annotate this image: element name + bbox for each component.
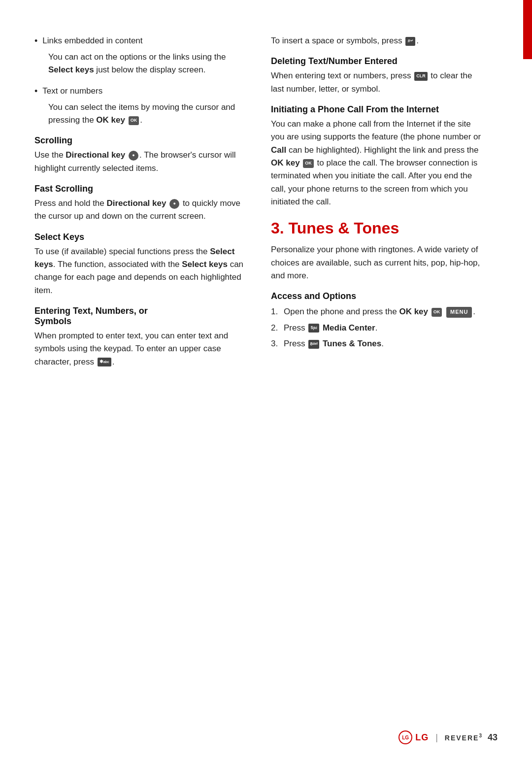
access-options-list: 1. Open the phone and press the OK key O… [271,305,483,350]
list-item-3: 3. Press 8def Tunes & Tones. [271,337,483,350]
select-keys-bold-1: Select keys [48,65,94,74]
list-item-2: 2. Press 5jkl Media Center. [271,322,483,334]
bullet-links: • Links embedded in content [34,34,246,48]
right-column: To insert a space or symbols, press #↵. … [271,34,483,373]
insert-space-body: To insert a space or symbols, press #↵. [271,34,483,47]
lg-circle-icon: LG [399,731,412,744]
key-5-icon: 5jkl [308,324,319,332]
entering-text-heading: Entering Text, Numbers, orSymbols [34,306,246,327]
bullet-text-numbers-label: Text or numbers [42,85,102,98]
hash-key-icon: #↵ [405,37,415,46]
footer: LG LG | REVERE3 43 [399,731,498,744]
bullet-text-numbers-subtext: You can select the items by moving the c… [48,101,246,127]
entering-text-body: When prompted to enter text, you can ent… [34,330,246,368]
revere-super: 3 [479,733,483,738]
ok-key-bold-2: OK key [271,158,300,167]
media-center-bold: Media Center [323,323,375,332]
chapter-intro: Personalize your phone with ringtones. A… [271,243,483,282]
fast-scrolling-body: Press and hold the Directional key ● to … [34,197,246,223]
list-num-1: 1. [271,305,280,318]
key-8-icon: 8def [308,340,319,349]
lg-text: LG [415,732,429,743]
left-column: • Links embedded in content You can act … [34,34,246,373]
chapter-heading: 3. Tunes & Tones [271,219,483,237]
bullet-dot-1: • [34,34,37,48]
revere-label: REVERE [445,734,479,742]
scrolling-heading: Scrolling [34,135,246,146]
access-options-heading: Access and Options [271,291,483,301]
list-num-3: 3. [271,337,280,350]
tunes-tones-bold: Tunes & Tones [323,339,381,348]
footer-separator: | [435,732,438,743]
lg-circle-text: LG [402,735,409,740]
ok-key-bold: OK key [96,115,125,125]
footer-logo: LG LG [399,731,429,744]
revere-text: REVERE3 [445,733,483,742]
clr-key-icon: CLR [414,72,428,81]
menu-button-icon: MENU [446,307,472,318]
bullet-links-text: Links embedded in content [42,36,142,45]
ok-key-icon-2: OK [303,159,314,168]
initiating-heading: Initiating a Phone Call From the Interne… [271,104,483,115]
ok-key-icon: OK [129,116,139,125]
bullet-dot-2: • [34,85,37,98]
page: • Links embedded in content You can act … [0,0,532,764]
fast-scrolling-heading: Fast Scrolling [34,184,246,194]
directional-key-bold-2: Directional key [106,199,166,208]
initiating-body: You can make a phone call from the Inter… [271,118,483,208]
list-item-1: 1. Open the phone and press the OK key O… [271,305,483,318]
scrolling-body: Use the Directional key ●. The browser's… [34,149,246,175]
directional-key-icon: ● [129,151,138,161]
red-accent-bar [523,0,532,59]
bullet-text-numbers: • Text or numbers [34,85,246,98]
list-item-2-text: Press 5jkl Media Center. [284,322,377,334]
call-bold: Call [271,145,286,155]
page-number: 43 [488,732,498,743]
star-key-icon: ✱abc [98,358,111,366]
list-num-2: 2. [271,322,280,334]
deleting-text-heading: Deleting Text/Number Entered [271,56,483,66]
select-keys-heading: Select Keys [34,232,246,242]
select-keys-bold-3: Select keys [182,260,228,269]
directional-key-bold: Directional key [66,150,125,160]
select-keys-body: To use (if available) special functions … [34,245,246,297]
deleting-text-body: When entering text or numbers, press CLR… [271,69,483,96]
bullet-links-label: Links embedded in content [42,34,142,48]
directional-key-icon-2: ● [169,199,179,209]
bullet-links-subtext: You can act on the options or the links … [48,51,246,77]
content-columns: • Links embedded in content You can act … [34,34,498,373]
list-item-3-text: Press 8def Tunes & Tones. [284,337,384,350]
list-item-1-text: Open the phone and press the OK key OK M… [284,305,475,318]
ok-key-icon-3: OK [432,308,442,317]
ok-key-bold-3: OK key [399,307,428,316]
